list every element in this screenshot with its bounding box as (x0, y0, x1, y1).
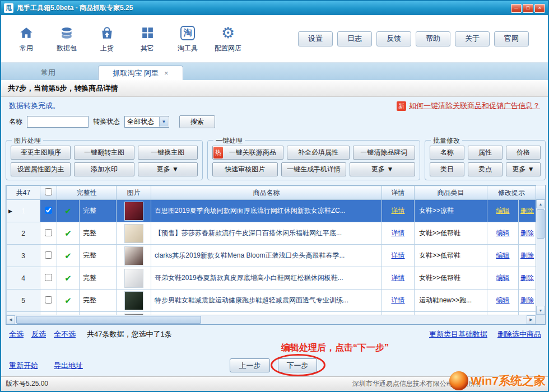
batch-name-button[interactable]: 名称 (430, 146, 464, 160)
delete-link[interactable]: 删除 (520, 296, 534, 304)
detail-link[interactable]: 详情 (392, 274, 405, 282)
scroll-up-icon[interactable]: ▲ (536, 199, 545, 208)
log-button[interactable]: 日志 (337, 31, 372, 46)
add-watermark-button[interactable]: 添加水印 (74, 162, 134, 176)
product-name: 百思图2019夏季商场同款网面厚底流行网红休闲新款女凉鞋ZC... (155, 207, 346, 214)
export-address-link[interactable]: 导出地址 (54, 361, 83, 371)
detail-link[interactable]: 详情 (392, 207, 405, 214)
tab-bar: 常用 抓取淘宝 阿里 × (1, 63, 548, 80)
app-window: 甩 甩手工具箱5.0beta - 商品抓取专家5.25 ─ □ × 常用 (0, 0, 549, 392)
table-row[interactable]: ▶ 1 ✔ 完整 百思图2019夏季商场同款网面厚底流行网红休闲新款女凉鞋ZC.… (7, 200, 536, 222)
maximize-button[interactable]: □ (523, 4, 533, 13)
edit-link[interactable]: 编辑 (496, 207, 510, 214)
detail-link[interactable]: 详情 (392, 251, 405, 259)
settings-button[interactable]: 设置 (298, 31, 333, 46)
restart-link[interactable]: 重新开始 (9, 361, 38, 371)
detail-link[interactable]: 详情 (392, 296, 405, 304)
product-thumbnail (124, 269, 143, 288)
about-button[interactable]: 关于 (455, 31, 490, 46)
scroll-right-icon[interactable]: ▶ (527, 315, 536, 324)
header-name: 商品名称 (151, 186, 382, 200)
close-button[interactable]: × (534, 4, 545, 13)
edit-link[interactable]: 编辑 (496, 229, 510, 237)
row-checkbox[interactable] (45, 207, 52, 214)
search-button[interactable]: 搜索 (179, 115, 215, 128)
next-step-button[interactable]: 下一步 (278, 358, 317, 372)
delete-link[interactable]: 删除 (520, 274, 534, 282)
table-row[interactable]: ▶ 5 ✔ 完整 特步男鞋女鞋减震旋运动健康跑步鞋超轻减震网面透气专业训练...… (7, 290, 536, 312)
row-checkbox[interactable] (45, 251, 52, 259)
image-more-button[interactable]: 更多 ▼ (138, 162, 198, 176)
batch-selling-point-button[interactable]: 卖点 (468, 162, 503, 176)
replace-main-image-button[interactable]: 一键换主图 (138, 146, 198, 160)
name-filter-input[interactable] (27, 116, 89, 128)
category-text: 运动鞋new>>跑... (419, 296, 472, 304)
toolbar-item-upload[interactable]: 上货 (91, 25, 123, 53)
toolbar-item-configure-shop[interactable]: ⚙ 配置网店 (212, 25, 244, 53)
scroll-left-icon[interactable]: ◀ (6, 315, 15, 324)
change-main-image-order-button[interactable]: 变更主图顺序 (11, 146, 71, 160)
version-text: 版本号5.25.00 (6, 379, 48, 389)
row-checkbox[interactable] (45, 296, 52, 304)
header-checkbox-cell (40, 186, 57, 200)
toolbar-item-other[interactable]: 其它 (131, 25, 164, 53)
vertical-scrollbar[interactable]: ▲ ▼ (536, 199, 545, 315)
edit-link[interactable]: 编辑 (496, 296, 510, 304)
delete-link[interactable]: 删除 (520, 207, 534, 214)
minimize-button[interactable]: ─ (511, 4, 522, 13)
link-source-product-button[interactable]: 热 一键关联源商品 (212, 146, 283, 160)
horizontal-scroll-thumb[interactable] (16, 316, 201, 324)
toolbar-item-data-package[interactable]: 数据包 (50, 25, 83, 53)
delete-link[interactable]: 删除 (520, 229, 534, 237)
window-controls: ─ □ × (511, 4, 545, 13)
horizontal-scrollbar[interactable]: ◀ ▶ (6, 315, 536, 324)
tab-close-icon[interactable]: × (164, 69, 169, 77)
tab-grab-taobao-ali[interactable]: 抓取淘宝 阿里 × (98, 66, 183, 80)
select-all-checkbox[interactable] (45, 188, 52, 195)
invert-selection-link[interactable]: 反选 (31, 329, 46, 339)
tab-common[interactable]: 常用 (26, 66, 70, 80)
update-category-data-link[interactable]: 更新类目基础数据 (429, 329, 487, 339)
clear-brand-words-button[interactable]: 一键清除品牌词 (353, 146, 415, 160)
dropdown-arrow-icon[interactable]: ▼ (159, 117, 168, 127)
row-checkbox[interactable] (45, 274, 52, 281)
batch-category-button[interactable]: 类目 (430, 162, 464, 176)
integrity-check-icon: ✔ (64, 228, 72, 238)
batch-attribute-button[interactable]: 属性 (468, 146, 503, 160)
set-attribute-image-main-button[interactable]: 设置属性图为主 (11, 162, 71, 176)
edit-link[interactable]: 编辑 (496, 251, 510, 259)
help-button[interactable]: 帮助 (416, 31, 450, 46)
product-thumbnail (124, 291, 143, 310)
scroll-down-icon[interactable]: ▼ (536, 306, 545, 315)
previous-step-button[interactable]: 上一步 (230, 358, 270, 372)
select-all-link[interactable]: 全选 (9, 329, 24, 339)
detail-link[interactable]: 详情 (392, 229, 405, 237)
batch-more-button[interactable]: 更多 ▼ (506, 162, 541, 176)
table-row[interactable]: ▶ 2 ✔ 完整 【预售】莎莎苏春新款流行牛皮深口百搭休闲乐福鞋网红平底... … (7, 222, 536, 245)
upload-bag-icon (100, 25, 114, 41)
quick-review-images-button[interactable]: 快速审核图片 (212, 162, 278, 176)
integrity-check-icon: ✔ (64, 251, 72, 260)
vertical-scroll-thumb[interactable] (537, 209, 545, 239)
table-row[interactable]: ▶ 4 ✔ 完整 哥弟女鞋2019春夏新款真皮厚底增高小白鞋网红松糕休闲板鞋..… (7, 267, 536, 290)
table-row[interactable]: ▶ 3 ✔ 完整 clarks其乐2019新款女鞋Mena Bloom正装浅口尖… (7, 245, 536, 267)
generate-mobile-detail-button[interactable]: 一键生成手机详情 (281, 162, 347, 176)
row-checkbox[interactable] (45, 229, 52, 236)
help-clear-ads-link[interactable]: 如何一键清除关联商品和促销广告信息？ (409, 101, 540, 111)
select-none-link[interactable]: 全不选 (54, 329, 76, 339)
batch-price-button[interactable]: 价格 (506, 146, 541, 160)
official-site-button[interactable]: 官网 (494, 31, 529, 46)
convert-status-select[interactable]: 全部状态 ▼ (124, 116, 169, 128)
category-text: 女鞋>>凉鞋 (419, 207, 454, 214)
status-row: 数据转换完成。 新 如何一键清除关联商品和促销广告信息？ (9, 101, 540, 111)
onekey-more-button[interactable]: 更多 ▼ (350, 162, 415, 176)
delete-selected-link[interactable]: 删除选中商品 (497, 329, 541, 339)
edit-link[interactable]: 编辑 (496, 274, 510, 282)
toolbar-item-common[interactable]: 常用 (10, 25, 43, 53)
toolbar-item-tao-tools[interactable]: 淘 淘工具 (171, 25, 204, 53)
database-icon (59, 25, 74, 41)
delete-link[interactable]: 删除 (520, 251, 534, 259)
fill-required-attributes-button[interactable]: 补全必填属性 (287, 146, 349, 160)
flip-main-image-button[interactable]: 一键翻转主图 (74, 146, 134, 160)
feedback-button[interactable]: 反馈 (376, 31, 411, 46)
